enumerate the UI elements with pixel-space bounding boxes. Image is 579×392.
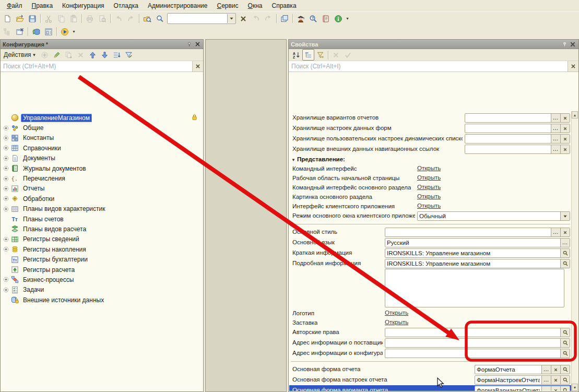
sort-list-button[interactable]: [111, 49, 123, 61]
property-value-field[interactable]: ...: [385, 238, 570, 247]
tree-item[interactable]: Задачи: [1, 285, 203, 295]
open-value-button[interactable]: [560, 376, 570, 384]
property-row[interactable]: Рабочая область начальной страницыОткрыт…: [289, 173, 572, 183]
tree-item[interactable]: Планы видов характеристик: [1, 204, 203, 214]
expand-icon[interactable]: [3, 176, 9, 182]
clear-search-button[interactable]: [237, 13, 250, 25]
open-value-button[interactable]: [560, 386, 570, 391]
sort-alphabetical-button[interactable]: AZ: [290, 49, 302, 61]
property-row[interactable]: Основной язык...: [289, 237, 572, 248]
property-value-input[interactable]: [475, 376, 541, 384]
property-value-field[interactable]: ...: [475, 375, 570, 385]
tree-item[interactable]: Регистры сведений: [1, 234, 203, 244]
expand-icon[interactable]: [3, 165, 9, 171]
choose-ellipsis-button[interactable]: ...: [541, 386, 551, 391]
chevron-down-icon[interactable]: [560, 212, 570, 220]
open-link[interactable]: Открыть: [417, 203, 441, 209]
search-button[interactable]: [153, 13, 166, 25]
expand-icon[interactable]: [3, 206, 9, 212]
open-link[interactable]: Открыть: [385, 310, 408, 316]
configuration-search-input[interactable]: [1, 61, 192, 72]
go-back-button[interactable]: [250, 13, 262, 25]
tree-item[interactable]: Регистры накопления: [1, 244, 203, 254]
tree-item[interactable]: Константы: [1, 133, 203, 143]
edit-button[interactable]: [51, 49, 63, 61]
property-row[interactable]: ЗаставкаОткрыть: [289, 318, 572, 327]
open-link[interactable]: Открыть: [385, 319, 408, 325]
add-button[interactable]: [39, 49, 51, 61]
property-value-input[interactable]: [385, 228, 551, 236]
print-preview-button[interactable]: [96, 13, 109, 25]
properties-scrollbar[interactable]: ▲ ▼: [571, 111, 578, 391]
pin-icon[interactable]: [185, 41, 193, 47]
property-row[interactable]: Авторские права: [289, 327, 572, 338]
syntax-check-button[interactable]: [294, 13, 307, 25]
tree-item[interactable]: Внешние источники данных: [1, 295, 203, 305]
expand-icon[interactable]: [3, 277, 9, 282]
property-value-field[interactable]: ...: [475, 365, 570, 374]
property-row[interactable]: Подробная информация: [289, 258, 572, 308]
tree-item[interactable]: Справочники: [1, 143, 203, 153]
windows-button[interactable]: [278, 13, 291, 25]
category-view-button[interactable]: [302, 49, 314, 61]
apply-edit-button[interactable]: [342, 49, 354, 61]
update-db-config-button[interactable]: [30, 26, 42, 38]
choose-ellipsis-button[interactable]: ...: [551, 145, 560, 153]
property-combobox-input[interactable]: [418, 212, 560, 220]
cut-button[interactable]: [42, 13, 55, 25]
start-debugging-button[interactable]: [58, 26, 71, 38]
property-value-field[interactable]: ...: [385, 228, 570, 237]
expand-icon[interactable]: [3, 246, 9, 252]
choose-ellipsis-button[interactable]: ...: [541, 376, 551, 384]
property-value-input[interactable]: [385, 339, 560, 347]
redo-button[interactable]: [125, 13, 137, 25]
tree-item[interactable]: Планы видов расчета: [1, 224, 203, 234]
clear-value-button[interactable]: [551, 365, 560, 374]
expand-icon[interactable]: [3, 186, 9, 192]
property-value-input[interactable]: [385, 239, 560, 247]
menu-item[interactable]: Окна: [243, 1, 267, 11]
search-combobox[interactable]: [167, 13, 236, 24]
menu-item[interactable]: Правка: [27, 1, 58, 11]
clear-value-button[interactable]: [551, 376, 560, 384]
close-icon[interactable]: [569, 41, 576, 47]
close-window-button[interactable]: [14, 26, 26, 38]
pin-icon[interactable]: [561, 41, 568, 47]
open-value-button[interactable]: [560, 328, 570, 337]
open-link[interactable]: Открыть: [417, 193, 441, 199]
copy-button[interactable]: [55, 13, 67, 25]
tree-item[interactable]: Обработки: [1, 194, 203, 204]
property-value-input[interactable]: [465, 135, 551, 143]
expand-icon[interactable]: [3, 135, 9, 141]
property-row[interactable]: Основная форма варианта отчета...: [289, 385, 572, 391]
property-value-input[interactable]: [465, 145, 551, 153]
open-button[interactable]: [14, 13, 26, 25]
property-row[interactable]: Хранилище вариантов отчетов...: [289, 113, 572, 123]
new-document-button[interactable]: [1, 13, 14, 25]
property-value-input[interactable]: [385, 249, 560, 257]
property-row[interactable]: Хранилище пользовательских настроек дина…: [289, 134, 572, 144]
property-value-field[interactable]: [385, 328, 570, 337]
menu-item[interactable]: Файл: [2, 1, 27, 11]
tree-item[interactable]: ТтРегистры бухгалтерии: [1, 254, 203, 264]
actions-menu-button[interactable]: Действия: [2, 51, 32, 58]
choose-ellipsis-button[interactable]: ...: [551, 124, 560, 133]
property-value-input[interactable]: [385, 349, 560, 358]
menu-item[interactable]: Сервис: [212, 1, 243, 11]
property-row[interactable]: Командный интерфейсОткрыть: [289, 164, 572, 173]
paste-button[interactable]: [67, 13, 80, 25]
move-up-button[interactable]: [87, 49, 99, 61]
expand-icon[interactable]: [3, 156, 9, 161]
choose-ellipsis-button[interactable]: ...: [551, 114, 560, 122]
tree-item[interactable]: Регистры расчета: [1, 265, 203, 275]
choose-ellipsis-button[interactable]: ...: [560, 239, 570, 247]
syntax-helper-button[interactable]: [320, 13, 332, 25]
close-icon[interactable]: [194, 41, 201, 47]
property-value-field[interactable]: [385, 259, 570, 268]
property-value-field[interactable]: ...: [465, 134, 570, 144]
property-value-input[interactable]: [465, 114, 551, 122]
clear-value-button[interactable]: [560, 135, 570, 143]
tree-item[interactable]: Отчеты: [1, 184, 203, 194]
property-row[interactable]: Краткая информация: [289, 248, 572, 258]
section-header[interactable]: ▼Представление:: [289, 155, 572, 164]
